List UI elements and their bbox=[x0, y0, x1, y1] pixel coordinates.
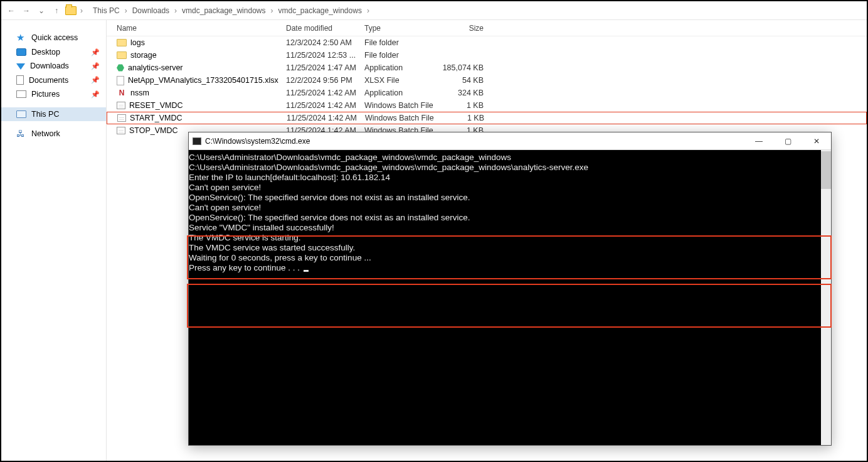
hex-icon bbox=[117, 64, 124, 72]
file-type: Windows Batch File bbox=[365, 114, 440, 122]
file-size: 1 KB bbox=[440, 114, 490, 122]
star-icon: ★ bbox=[16, 33, 26, 43]
desktop-icon bbox=[16, 48, 26, 56]
pin-icon: 📌 bbox=[91, 62, 100, 70]
highlight-box-2 bbox=[187, 284, 832, 328]
chevron-right-icon: › bbox=[173, 6, 178, 15]
file-name: logs bbox=[130, 38, 145, 47]
file-type: Windows Batch File bbox=[364, 101, 440, 110]
file-row[interactable]: analytics-server11/25/2024 1:47 AMApplic… bbox=[107, 62, 867, 74]
file-name: STOP_VMDC bbox=[129, 126, 178, 135]
chevron-right-icon: › bbox=[366, 6, 371, 15]
bat-icon bbox=[117, 102, 125, 109]
thispc-icon bbox=[16, 110, 26, 118]
file-type: Application bbox=[364, 63, 440, 72]
chevron-right-icon: › bbox=[79, 6, 84, 15]
cmd-title-text: C:\Windows\system32\cmd.exe bbox=[205, 137, 310, 146]
file-row[interactable]: logs12/3/2024 2:50 AMFile folder bbox=[107, 36, 867, 49]
sidebar-item-pictures[interactable]: Pictures 📌 bbox=[1, 87, 106, 101]
n-icon: N bbox=[117, 88, 127, 98]
file-name: NetApp_VMAnalytics_1733205401715.xlsx bbox=[128, 76, 278, 85]
back-button[interactable]: ← bbox=[5, 4, 18, 17]
crumb[interactable]: Downloads bbox=[130, 5, 172, 16]
file-date: 11/25/2024 1:47 AM bbox=[286, 63, 364, 72]
folder-icon bbox=[65, 6, 77, 15]
thispc-label: This PC bbox=[31, 110, 59, 119]
file-date: 11/25/2024 1:42 AM bbox=[286, 101, 364, 110]
network-label: Network bbox=[31, 129, 60, 138]
sidebar-item-network[interactable]: 🖧 Network bbox=[1, 126, 106, 141]
file-icon bbox=[117, 76, 124, 85]
col-size[interactable]: Size bbox=[440, 24, 490, 33]
crumb[interactable]: vmdc_package_windows bbox=[179, 5, 268, 16]
file-type: File folder bbox=[364, 38, 440, 47]
file-row[interactable]: Nnssm11/25/2024 1:42 AMApplication324 KB bbox=[107, 87, 867, 99]
maximize-button[interactable]: ▢ bbox=[773, 132, 802, 150]
file-date: 12/3/2024 2:50 AM bbox=[286, 38, 364, 47]
col-date[interactable]: Date modified bbox=[286, 24, 364, 33]
chevron-right-icon: › bbox=[124, 6, 129, 15]
file-row[interactable]: START_VMDC11/25/2024 1:42 AMWindows Batc… bbox=[107, 112, 867, 124]
close-button[interactable]: ✕ bbox=[802, 132, 831, 150]
cmd-scroll-thumb[interactable] bbox=[821, 151, 831, 189]
file-name: RESET_VMDC bbox=[129, 101, 183, 110]
sidebar-item-downloads[interactable]: Downloads 📌 bbox=[1, 59, 106, 73]
sidebar-item-label: Desktop bbox=[31, 48, 60, 56]
address-bar: ← → ⌄ ↑ › This PC›Downloads›vmdc_package… bbox=[1, 1, 867, 20]
crumb[interactable]: vmdc_package_windows bbox=[275, 5, 364, 16]
cmd-scrollbar[interactable] bbox=[821, 150, 831, 445]
breadcrumb: This PC›Downloads›vmdc_package_windows›v… bbox=[90, 5, 371, 16]
chevron-right-icon: › bbox=[269, 6, 274, 15]
sidebar-item-thispc[interactable]: This PC bbox=[1, 107, 106, 121]
pin-icon: 📌 bbox=[91, 48, 100, 56]
file-date: 12/2/2024 9:56 PM bbox=[286, 76, 364, 85]
file-name: START_VMDC bbox=[130, 114, 183, 122]
minimize-button[interactable]: — bbox=[744, 132, 773, 150]
sidebar-item-label: Downloads bbox=[30, 62, 69, 70]
col-type[interactable]: Type bbox=[364, 24, 440, 33]
sidebar-item-label: Pictures bbox=[31, 90, 60, 99]
sidebar-item-label: Documents bbox=[29, 76, 68, 85]
quick-access-label: Quick access bbox=[31, 33, 78, 42]
file-date: 11/25/2024 12:53 ... bbox=[286, 51, 364, 60]
file-type: File folder bbox=[364, 51, 440, 60]
bat-icon bbox=[117, 114, 126, 122]
network-icon: 🖧 bbox=[16, 129, 26, 139]
file-type: Application bbox=[364, 89, 440, 97]
cmd-body[interactable]: C:\Users\Administrator\Downloads\vmdc_pa… bbox=[189, 150, 831, 445]
file-type: XLSX File bbox=[364, 76, 440, 85]
file-size: 324 KB bbox=[440, 89, 490, 97]
history-dropdown[interactable]: ⌄ bbox=[35, 4, 48, 17]
nav-pane: ★ Quick access Desktop 📌 Downloads 📌 Doc… bbox=[1, 20, 107, 461]
downloads-icon bbox=[16, 63, 25, 70]
sidebar-item-desktop[interactable]: Desktop 📌 bbox=[1, 45, 106, 59]
file-date: 11/25/2024 1:42 AM bbox=[286, 89, 364, 97]
file-name: analytics-server bbox=[128, 63, 183, 72]
file-name: nssm bbox=[130, 89, 149, 97]
cmd-titlebar[interactable]: C:\Windows\system32\cmd.exe — ▢ ✕ bbox=[189, 132, 831, 150]
forward-button[interactable]: → bbox=[20, 4, 33, 17]
folder-icon bbox=[117, 39, 127, 46]
pin-icon: 📌 bbox=[91, 76, 100, 84]
crumb[interactable]: This PC bbox=[90, 5, 122, 16]
file-size: 185,074 KB bbox=[440, 63, 490, 72]
file-size: 54 KB bbox=[440, 76, 490, 85]
file-list-pane: Name Date modified Type Size logs12/3/20… bbox=[107, 20, 867, 461]
up-button[interactable]: ↑ bbox=[50, 4, 63, 17]
file-row[interactable]: NetApp_VMAnalytics_1733205401715.xlsx12/… bbox=[107, 74, 867, 87]
folder-icon bbox=[117, 51, 127, 59]
file-name: storage bbox=[130, 51, 157, 60]
cmd-output: C:\Users\Administrator\Downloads\vmdc_pa… bbox=[189, 150, 831, 273]
file-row[interactable]: RESET_VMDC11/25/2024 1:42 AMWindows Batc… bbox=[107, 99, 867, 112]
bat-icon bbox=[117, 127, 125, 134]
file-size: 1 KB bbox=[440, 101, 490, 110]
sidebar-quick-access[interactable]: ★ Quick access bbox=[1, 30, 106, 45]
cmd-window: C:\Windows\system32\cmd.exe — ▢ ✕ C:\Use… bbox=[188, 132, 832, 446]
sidebar-item-documents[interactable]: Documents 📌 bbox=[1, 73, 106, 87]
pin-icon: 📌 bbox=[91, 90, 100, 99]
column-headers: Name Date modified Type Size bbox=[107, 20, 867, 36]
documents-icon bbox=[16, 75, 24, 85]
col-name[interactable]: Name bbox=[117, 24, 286, 33]
file-row[interactable]: storage11/25/2024 12:53 ...File folder bbox=[107, 49, 867, 62]
cmd-icon bbox=[193, 137, 201, 145]
